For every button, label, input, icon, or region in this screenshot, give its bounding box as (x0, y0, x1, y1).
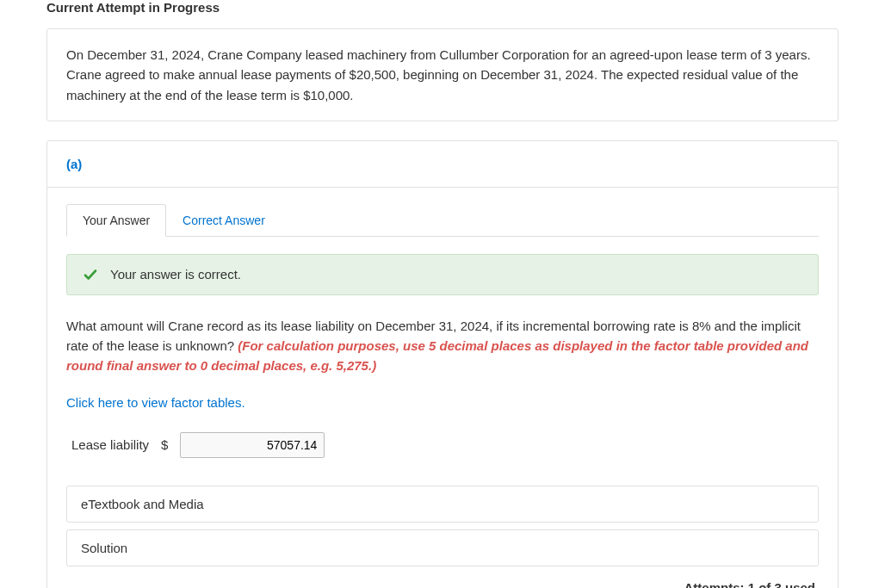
part-a-card: (a) Your Answer Correct Answer Your answ… (46, 140, 839, 588)
solution-accordion[interactable]: Solution (66, 529, 819, 566)
part-label: (a) (47, 141, 838, 188)
etextbook-accordion[interactable]: eTextbook and Media (66, 486, 819, 523)
question-text: What amount will Crane record as its lea… (66, 316, 819, 376)
answer-label: Lease liability (71, 437, 149, 452)
correct-banner: Your answer is correct. (66, 254, 819, 295)
factor-tables-link[interactable]: Click here to view factor tables. (66, 395, 245, 410)
banner-message: Your answer is correct. (110, 267, 241, 282)
answer-tabs: Your Answer Correct Answer (66, 203, 819, 237)
check-icon (83, 267, 98, 282)
attempts-used: Attempts: 1 of 3 used (66, 573, 819, 589)
problem-statement: On December 31, 2024, Crane Company leas… (46, 28, 839, 121)
problem-text: On December 31, 2024, Crane Company leas… (66, 47, 811, 102)
lease-liability-input[interactable] (180, 432, 325, 458)
attempt-status: Current Attempt in Progress (46, 0, 839, 22)
answer-row: Lease liability $ (66, 432, 819, 458)
tab-correct-answer[interactable]: Correct Answer (166, 204, 282, 237)
currency-symbol: $ (161, 437, 168, 452)
tab-your-answer[interactable]: Your Answer (66, 204, 166, 237)
